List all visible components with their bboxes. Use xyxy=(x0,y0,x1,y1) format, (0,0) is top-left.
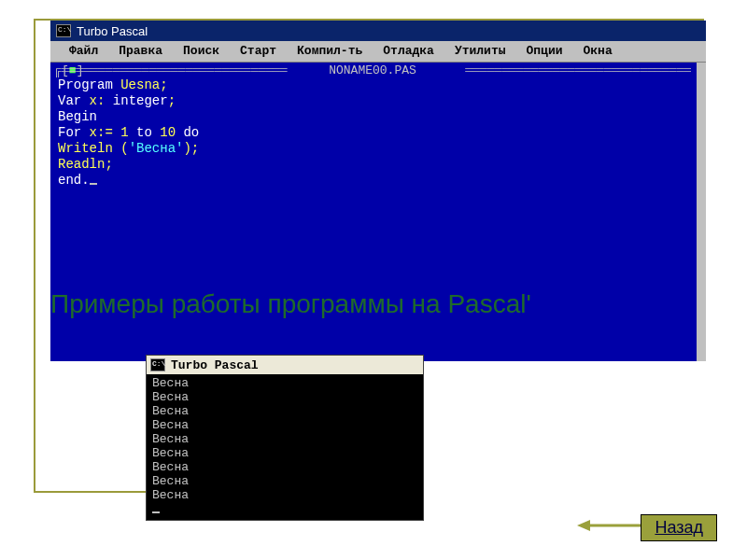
slide-frame-left xyxy=(34,19,35,493)
back-arrow-icon xyxy=(577,517,642,534)
output-cursor xyxy=(152,511,160,513)
output-line: Весна xyxy=(152,404,189,418)
output-titlebar[interactable]: Turbo Pascal xyxy=(147,356,423,374)
system-menu-icon[interactable] xyxy=(56,24,71,37)
back-button[interactable]: Назад xyxy=(641,514,717,541)
output-line: Весна xyxy=(152,446,189,460)
editor-titlebar[interactable]: Turbo Pascal xyxy=(50,21,706,41)
output-line: Весна xyxy=(152,432,189,446)
page-title: Примеры работы программы на Pascal' xyxy=(50,289,629,319)
output-line: Весна xyxy=(152,460,189,474)
frame-decoration: ═══════════════════════════════ xyxy=(465,63,691,77)
document-header: ■ ╔═══════════════════════════════ NONAM… xyxy=(54,63,691,77)
document-name: NONAME00.PAS xyxy=(325,63,420,78)
output-line: Весна xyxy=(152,390,189,404)
menu-debug[interactable]: Отладка xyxy=(383,41,434,62)
menu-tools[interactable]: Утилиты xyxy=(455,41,506,62)
editor-menubar: Файл Правка Поиск Старт Компил-ть Отладк… xyxy=(50,41,706,63)
menu-search[interactable]: Поиск xyxy=(183,41,219,62)
output-line: Весна xyxy=(152,488,189,502)
menu-compile[interactable]: Компил-ть xyxy=(297,41,362,62)
menu-start[interactable]: Старт xyxy=(240,41,276,62)
frame-decoration: ╔═══════════════════════════════ xyxy=(54,63,288,77)
menu-edit[interactable]: Правка xyxy=(119,41,162,62)
output-line: Весна xyxy=(152,474,189,488)
text-cursor xyxy=(90,183,97,185)
output-window: Turbo Pascal Весна Весна Весна Весна Вес… xyxy=(146,355,424,521)
code-area[interactable]: Program Uesna; Var x: integer; Begin For… xyxy=(54,77,691,189)
output-title: Turbo Pascal xyxy=(171,358,259,372)
system-menu-icon[interactable] xyxy=(150,358,165,371)
output-body: Весна Весна Весна Весна Весна Весна Весн… xyxy=(147,374,423,520)
output-line: Весна xyxy=(152,376,189,390)
editor-title: Turbo Pascal xyxy=(77,24,148,38)
output-line: Весна xyxy=(152,418,189,432)
menu-options[interactable]: Опции xyxy=(527,41,563,62)
svg-marker-1 xyxy=(577,520,590,531)
menu-file[interactable]: Файл xyxy=(69,41,98,62)
menu-windows[interactable]: Окна xyxy=(584,41,613,62)
